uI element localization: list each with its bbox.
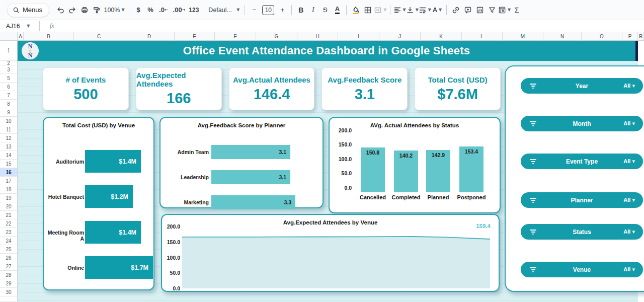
row-header-30[interactable]: 30 xyxy=(0,288,17,296)
print-button[interactable] xyxy=(78,4,91,17)
bold-button[interactable]: B xyxy=(295,4,307,17)
vertical-align-button[interactable]: ▼ xyxy=(406,4,419,17)
row-header-9[interactable]: 9 xyxy=(0,108,17,117)
filter-month[interactable]: MonthAll ▾ xyxy=(521,116,643,131)
column-header-D[interactable]: D xyxy=(124,32,175,41)
chart-attendees-by-status[interactable]: AVg. Actual Attendees by Status 200.0150… xyxy=(329,117,501,213)
column-header-A[interactable]: A xyxy=(18,32,24,41)
fill-color-button[interactable] xyxy=(350,4,362,17)
row-header-19[interactable]: 19 xyxy=(0,194,17,202)
row-header-21[interactable]: 21 xyxy=(0,211,17,219)
create-filter-button[interactable] xyxy=(486,4,498,17)
borders-icon xyxy=(364,6,372,14)
row-header-11[interactable]: 11 xyxy=(0,125,17,134)
row-header-8[interactable]: 8 xyxy=(0,100,17,108)
row-header-24[interactable]: 24 xyxy=(0,237,17,245)
column-header-N[interactable]: N xyxy=(543,32,582,41)
row-header-3[interactable]: 3 xyxy=(0,65,17,74)
filter-value-dropdown[interactable]: All ▾ xyxy=(623,158,635,165)
font-select[interactable]: Defaul...▼ xyxy=(206,4,242,17)
row-header-7[interactable]: 7 xyxy=(0,91,17,100)
increase-font-button[interactable]: + xyxy=(276,4,288,17)
column-header-K[interactable]: K xyxy=(421,32,462,41)
select-all-corner[interactable] xyxy=(0,32,18,41)
row-header-10[interactable]: 10 xyxy=(0,117,17,125)
formula-input[interactable] xyxy=(54,20,644,32)
row-header-16[interactable]: 16 xyxy=(0,168,17,177)
row-header-29[interactable]: 29 xyxy=(0,279,17,288)
more-formats-button[interactable]: 123 xyxy=(188,4,200,17)
menus-button[interactable]: Menus xyxy=(7,3,49,17)
column-header-G[interactable]: G xyxy=(256,32,297,41)
column-header-E[interactable]: E xyxy=(175,32,215,41)
row-header-5[interactable]: 5 xyxy=(0,74,17,83)
italic-button[interactable]: I xyxy=(307,4,319,17)
insert-comment-button[interactable] xyxy=(462,4,474,17)
column-header-I[interactable]: I xyxy=(338,32,379,41)
format-percent-button[interactable]: % xyxy=(144,4,156,17)
text-rotation-button[interactable]: A▼ xyxy=(431,4,443,17)
filter-value-dropdown[interactable]: All ▾ xyxy=(623,197,635,203)
filter-value-dropdown[interactable]: All ▾ xyxy=(623,120,635,127)
insert-chart-button[interactable] xyxy=(474,4,486,17)
redo-button[interactable] xyxy=(66,4,78,17)
filter-value-dropdown[interactable]: All ▾ xyxy=(623,266,635,273)
row-header-6[interactable]: 6 xyxy=(0,83,17,91)
column-header-F[interactable]: F xyxy=(215,32,256,41)
filter-year[interactable]: YearAll ▾ xyxy=(521,78,643,94)
row-header-18[interactable]: 18 xyxy=(0,185,17,194)
horizontal-align-button[interactable]: ▼ xyxy=(393,4,406,17)
column-header-O[interactable]: O xyxy=(582,32,622,41)
italic-icon: I xyxy=(312,6,314,14)
row-header-27[interactable]: 27 xyxy=(0,262,17,271)
column-header-H[interactable]: H xyxy=(297,32,338,41)
borders-button[interactable] xyxy=(362,4,374,17)
row-header-23[interactable]: 23 xyxy=(0,228,17,237)
font-size-input[interactable]: 10 xyxy=(262,5,274,15)
row-header-13[interactable]: 13 xyxy=(0,142,17,151)
row-header-1[interactable]: 1 xyxy=(0,41,17,61)
paint-format-button[interactable] xyxy=(91,4,103,17)
column-header-J[interactable]: J xyxy=(379,32,421,41)
filter-value-dropdown[interactable]: All ▾ xyxy=(623,83,635,89)
column-header-C[interactable]: C xyxy=(74,32,124,41)
filter-venue[interactable]: VenueAll ▾ xyxy=(521,262,643,277)
row-header-28[interactable]: 28 xyxy=(0,271,17,279)
insert-link-button[interactable] xyxy=(450,4,462,17)
row-header-26[interactable]: 26 xyxy=(0,254,17,262)
row-header-22[interactable]: 22 xyxy=(0,219,17,228)
row-header-14[interactable]: 14 xyxy=(0,151,17,160)
chart-total-cost-by-venue[interactable]: Total Cost (USD) by Venue Auditorium$1.4… xyxy=(43,117,154,290)
name-box[interactable]: AJ16 ▼ xyxy=(0,23,36,30)
functions-button[interactable]: Σ xyxy=(511,4,523,17)
row-header-12[interactable]: 12 xyxy=(0,134,17,142)
row-header-2[interactable]: 2 xyxy=(0,61,17,65)
decrease-font-button[interactable]: − xyxy=(248,4,260,17)
column-header-P[interactable]: P xyxy=(622,32,638,41)
row-header-17[interactable]: 17 xyxy=(0,177,17,185)
chart-feedback-by-planner[interactable]: Avg.Feedback Score by Planner Admin Team… xyxy=(159,117,324,208)
chart-expected-attendees-by-venue[interactable]: Avg.Expected Attendees by Venue 200.0150… xyxy=(161,214,500,292)
filter-planner[interactable]: PlannerAll ▾ xyxy=(521,192,643,208)
strikethrough-button[interactable]: S xyxy=(319,4,331,17)
filter-value-dropdown[interactable]: All ▾ xyxy=(623,229,635,235)
column-header-M[interactable]: M xyxy=(503,32,543,41)
column-header-L[interactable]: L xyxy=(462,32,503,41)
decrease-decimal-button[interactable]: .0← xyxy=(156,4,171,17)
text-wrap-button[interactable]: ▼ xyxy=(419,4,431,17)
column-header-B[interactable]: B xyxy=(24,32,74,41)
row-header-15[interactable]: 15 xyxy=(0,160,17,168)
filter-views-button[interactable]: ▼ xyxy=(498,4,511,17)
format-currency-button[interactable]: $ xyxy=(132,4,144,17)
text-color-button[interactable]: A xyxy=(331,4,343,17)
merge-cells-button[interactable]: ▼ xyxy=(374,4,386,17)
column-header-R[interactable]: R xyxy=(638,32,644,41)
increase-decimal-button[interactable]: .00→ xyxy=(171,4,188,17)
filter-event-type[interactable]: Event TypeAll ▾ xyxy=(521,154,643,169)
row-header-25[interactable]: 25 xyxy=(0,245,17,254)
row-header-20[interactable]: 20 xyxy=(0,202,17,211)
filter-status[interactable]: StatusAll ▾ xyxy=(521,224,643,240)
undo-button[interactable] xyxy=(54,4,66,17)
bar-category-label: Admin Team xyxy=(165,149,209,155)
zoom-select[interactable]: 100%▼ xyxy=(103,4,126,17)
